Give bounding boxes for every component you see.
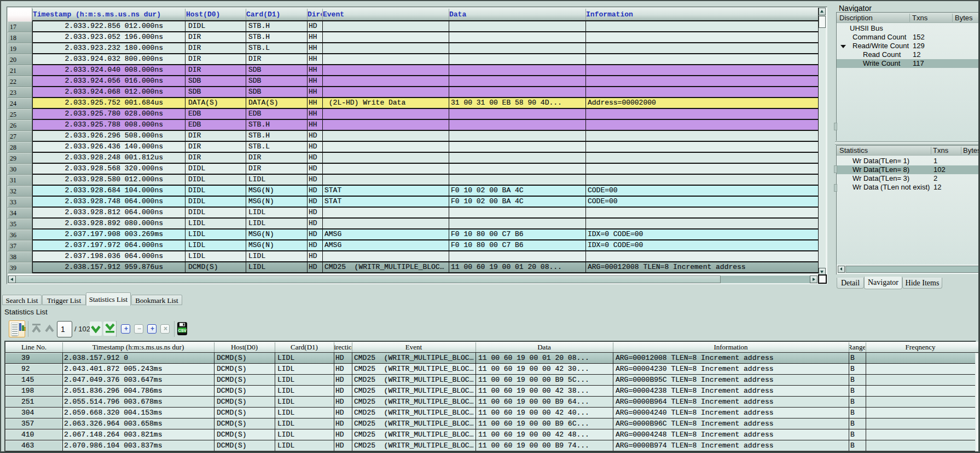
svg-text:CSV: CSV bbox=[178, 328, 186, 333]
